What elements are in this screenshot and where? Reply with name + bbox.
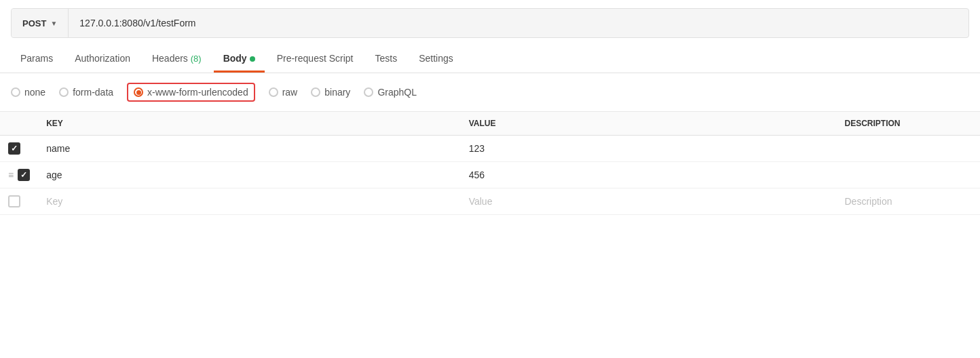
empty-row-checkbox[interactable]: [8, 195, 20, 207]
col-header-value: VALUE: [461, 112, 837, 136]
row1-key-cell[interactable]: name: [38, 136, 460, 162]
drag-handle-icon[interactable]: ≡: [8, 170, 14, 180]
row2-checkbox-cell: ≡ ✓: [0, 162, 38, 188]
row2-value-cell[interactable]: 456: [461, 162, 837, 188]
url-input[interactable]: [69, 18, 968, 28]
col-header-description: DESCRIPTION: [837, 112, 981, 136]
checkmark-icon: ✓: [20, 170, 27, 180]
empty-row-desc-cell[interactable]: Description: [837, 188, 981, 215]
method-label: POST: [22, 18, 46, 28]
headers-badge: (8): [191, 54, 202, 64]
radio-binary-label: binary: [324, 87, 350, 98]
row1-checkbox[interactable]: ✓: [8, 142, 20, 155]
col-header-checkbox: [0, 112, 38, 136]
checkmark-icon: ✓: [11, 144, 18, 153]
radio-graphql-label: GraphQL: [377, 87, 417, 98]
radio-form-data-label: form-data: [73, 87, 113, 98]
radio-raw-label: raw: [282, 87, 298, 98]
radio-none[interactable]: none: [11, 87, 45, 98]
radio-binary-circle: [311, 87, 320, 97]
tab-settings[interactable]: Settings: [409, 46, 463, 73]
col-header-key: KEY: [38, 112, 460, 136]
table-row: ✓ name 123: [0, 136, 980, 162]
url-bar: POST ▼: [11, 8, 969, 38]
row1-checkbox-cell: ✓: [0, 136, 38, 162]
form-data-table: KEY VALUE DESCRIPTION ✓ name: [0, 112, 980, 215]
radio-none-circle: [11, 87, 20, 97]
row1-desc-cell[interactable]: [837, 136, 981, 162]
radio-graphql-circle: [364, 87, 373, 97]
tabs-bar: Params Authorization Headers (8) Body Pr…: [0, 46, 980, 73]
radio-form-data[interactable]: form-data: [59, 87, 113, 98]
table-row: ≡ ✓ age 456: [0, 162, 980, 188]
method-selector[interactable]: POST ▼: [12, 9, 69, 37]
radio-none-label: none: [24, 87, 45, 98]
radio-x-www-form-urlencoded-circle: [134, 87, 143, 97]
tab-headers[interactable]: Headers (8): [143, 46, 211, 73]
radio-raw-circle: [269, 87, 278, 97]
row2-key-cell[interactable]: age: [38, 162, 460, 188]
body-active-dot: [250, 56, 255, 62]
row1-value-cell[interactable]: 123: [461, 136, 837, 162]
table-header-row: KEY VALUE DESCRIPTION: [0, 112, 980, 136]
radio-x-www-form-urlencoded[interactable]: x-www-form-urlencoded: [127, 83, 255, 102]
radio-graphql[interactable]: GraphQL: [364, 87, 417, 98]
table-empty-row: Key Value Description: [0, 188, 980, 215]
empty-row-checkbox-cell: [0, 188, 38, 215]
chevron-down-icon: ▼: [50, 20, 57, 27]
tab-params[interactable]: Params: [11, 46, 62, 73]
tab-authorization[interactable]: Authorization: [65, 46, 140, 73]
radio-raw[interactable]: raw: [269, 87, 298, 98]
empty-row-key-cell[interactable]: Key: [38, 188, 460, 215]
tab-tests[interactable]: Tests: [365, 46, 407, 73]
empty-row-value-cell[interactable]: Value: [461, 188, 837, 215]
body-type-row: none form-data x-www-form-urlencoded raw…: [0, 73, 980, 112]
row2-desc-cell[interactable]: [837, 162, 981, 188]
tab-body[interactable]: Body: [214, 46, 265, 73]
radio-binary[interactable]: binary: [311, 87, 350, 98]
radio-x-www-form-urlencoded-label: x-www-form-urlencoded: [147, 87, 248, 98]
row2-checkbox[interactable]: ✓: [18, 169, 30, 181]
tab-prerequest[interactable]: Pre-request Script: [267, 46, 363, 73]
radio-form-data-circle: [59, 87, 69, 97]
